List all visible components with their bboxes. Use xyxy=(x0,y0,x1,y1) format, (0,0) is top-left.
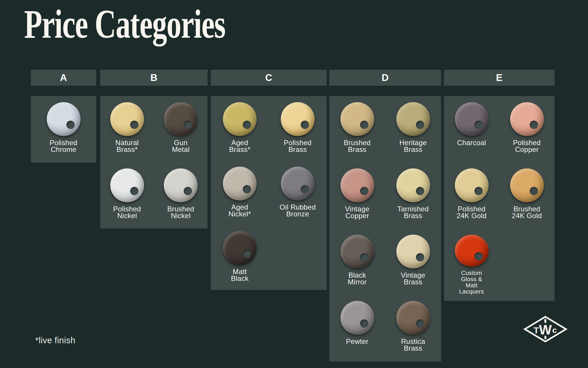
finish-aged-nickel: Aged Nickel* xyxy=(211,160,269,225)
category-panel-a: Polished Chrome xyxy=(31,96,96,163)
finish-aged-brass: Aged Brass* xyxy=(211,96,269,160)
finish-label: Rustica Brass xyxy=(401,338,425,352)
finish-brushed-24k-gold: Brushed 24K Gold xyxy=(499,162,554,228)
category-header-e: E xyxy=(444,70,554,86)
category-panel-c: Aged Brass* Polished Brass Aged Nickel* … xyxy=(211,96,327,290)
logo-letter-w: W xyxy=(539,322,552,337)
logo-letter-t: T xyxy=(534,325,539,335)
brushed-24k-gold-swatch xyxy=(510,168,544,202)
finish-heritage-brass: Heritage Brass xyxy=(385,96,441,162)
polished-24k-gold-swatch xyxy=(455,168,489,202)
tarnished-brass-swatch xyxy=(396,168,430,202)
finish-label: Matt Black xyxy=(231,268,248,282)
vintage-brass-swatch xyxy=(396,235,430,268)
polished-copper-swatch xyxy=(510,102,544,136)
finish-polished-nickel: Polished Nickel xyxy=(100,162,154,228)
finish-gun-metal: Gun Metal xyxy=(154,96,208,162)
rustica-brass-swatch xyxy=(396,301,430,335)
finish-label: Brushed Brass xyxy=(344,139,371,153)
finish-oil-rubbed-bronze: Oil Rubbed Bronze xyxy=(269,160,327,225)
finish-label: Brushed Nickel xyxy=(167,205,194,219)
category-header-d: D xyxy=(329,70,441,86)
finish-label: Vintage Brass xyxy=(401,272,425,285)
category-panel-b: Natural Brass* Gun Metal Polished Nickel… xyxy=(100,96,208,228)
category-header-a: A xyxy=(31,70,96,86)
finish-label: Gun Metal xyxy=(172,139,190,153)
brushed-nickel-swatch xyxy=(164,168,198,202)
finish-label: Brushed 24K Gold xyxy=(512,205,542,219)
finish-label: Polished Nickel xyxy=(113,205,141,219)
finish-brushed-brass: Brushed Brass xyxy=(329,96,385,162)
finish-polished-24k-gold: Polished 24K Gold xyxy=(444,162,499,228)
finish-pewter: Pewter xyxy=(329,295,385,361)
finish-tarnished-brass: Tarnished Brass xyxy=(385,162,441,228)
finish-label: Polished 24K Gold xyxy=(457,205,487,219)
category-header-b: B xyxy=(100,70,208,86)
finish-rustica-brass: Rustica Brass xyxy=(385,295,441,361)
page-title: Price Categories xyxy=(24,3,225,46)
logo-letter-c: c xyxy=(552,326,557,335)
finish-polished-copper: Polished Copper xyxy=(499,96,554,162)
finish-natural-brass: Natural Brass* xyxy=(100,96,154,162)
live-finish-footnote: *live finish xyxy=(35,336,76,345)
finish-label: Heritage Brass xyxy=(399,139,427,153)
category-panel-d: Brushed Brass Heritage Brass Vintage Cop… xyxy=(329,96,441,362)
gun-metal-swatch xyxy=(164,102,198,136)
brushed-brass-swatch xyxy=(340,102,374,136)
custom-lacquers-swatch xyxy=(455,235,489,267)
category-header-c: C xyxy=(211,70,327,86)
finish-polished-brass: Polished Brass xyxy=(269,96,327,160)
price-categories-page: Price Categories A B C D E Polished Chro… xyxy=(0,0,588,368)
heritage-brass-swatch xyxy=(396,102,430,136)
matt-black-swatch xyxy=(223,231,257,265)
finish-label: Aged Nickel* xyxy=(228,204,251,217)
finish-label: Custom Gloss & Matt Lacquers xyxy=(459,270,484,295)
black-mirror-swatch xyxy=(340,235,374,268)
finish-label: Polished Copper xyxy=(513,139,541,153)
natural-brass-swatch xyxy=(110,102,144,136)
aged-nickel-swatch xyxy=(223,167,257,200)
polished-nickel-swatch xyxy=(110,168,144,202)
vintage-copper-swatch xyxy=(340,168,374,202)
finish-label: Vintage Copper xyxy=(345,205,369,219)
finish-charcoal: Charcoal xyxy=(444,96,499,162)
aged-brass-swatch xyxy=(223,102,257,136)
finish-label: Natural Brass* xyxy=(116,139,139,153)
oil-rubbed-bronze-swatch xyxy=(281,167,315,200)
twc-logo: T W c xyxy=(523,316,567,344)
finish-label: Polished Brass xyxy=(284,139,311,153)
category-panel-e: Charcoal Polished Copper Polished 24K Go… xyxy=(444,96,554,301)
finish-label: Pewter xyxy=(346,338,369,345)
finish-vintage-copper: Vintage Copper xyxy=(329,162,385,228)
polished-brass-swatch xyxy=(281,102,315,136)
finish-label: Oil Rubbed Bronze xyxy=(280,204,316,217)
finish-label: Tarnished Brass xyxy=(397,205,429,219)
finish-label: Aged Brass* xyxy=(229,139,250,153)
polished-chrome-swatch xyxy=(47,102,81,136)
finish-vintage-brass: Vintage Brass xyxy=(385,228,441,295)
finish-polished-chrome: Polished Chrome xyxy=(31,96,96,163)
finish-label: Polished Chrome xyxy=(50,139,77,153)
finish-brushed-nickel: Brushed Nickel xyxy=(154,162,208,228)
finish-label: Black Mirror xyxy=(348,272,367,285)
charcoal-swatch xyxy=(455,102,489,136)
pewter-swatch xyxy=(340,301,374,335)
finish-label: Charcoal xyxy=(457,139,486,146)
finish-matt-black: Matt Black xyxy=(211,225,269,289)
finish-black-mirror: Black Mirror xyxy=(329,228,385,295)
finish-custom-lacquers: Custom Gloss & Matt Lacquers xyxy=(444,228,499,295)
